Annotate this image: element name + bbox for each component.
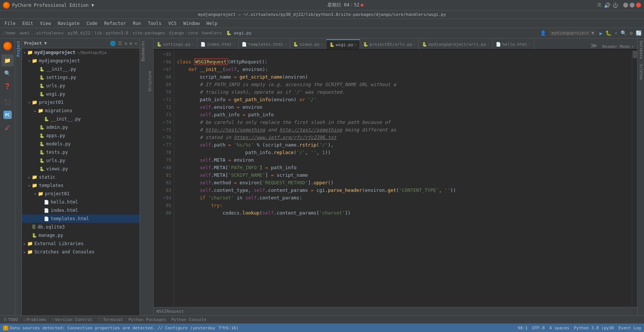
panel-icon-globe[interactable]: 🌐 — [110, 41, 116, 46]
activity-search[interactable]: 🔍 — [2, 67, 14, 79]
tab-close-hello[interactable]: ✕ — [529, 42, 531, 46]
bottom-tab-problems[interactable]: ⚠ Problems — [21, 317, 49, 323]
tab-hello-html[interactable]: 📄 hello.html ✕ — [493, 39, 534, 49]
bottom-tab-python-console[interactable]: Python Console — [169, 317, 209, 323]
breadcrumb-python38[interactable]: python3.8 — [106, 31, 129, 36]
tab-close-templates[interactable]: ✕ — [284, 42, 287, 46]
breadcrumb-handlers[interactable]: handlers — [202, 31, 222, 36]
panel-icon-sort[interactable]: ⇅ — [124, 41, 127, 46]
menu-help[interactable]: Help — [203, 20, 220, 27]
breadcrumb-home[interactable]: home — [6, 31, 16, 36]
breadcrumb-core[interactable]: core — [188, 31, 198, 36]
tree-hello-html[interactable]: 📄 hello.html — [22, 198, 140, 206]
menu-navigate[interactable]: Navigate — [55, 20, 83, 27]
tab-templates-html[interactable]: 📄 templates.html ✕ — [239, 39, 290, 49]
database-tab[interactable]: Database — [638, 39, 644, 62]
menu-code[interactable]: Code — [84, 20, 101, 27]
tree-scratches[interactable]: ▸ 📁 Scratches and Consoles — [22, 248, 140, 256]
breadcrumb-virtualenvs[interactable]: .virtualenvs — [34, 31, 64, 36]
status-position[interactable]: 98:1 — [518, 326, 528, 330]
tree-external-libs[interactable]: ▸ 📁 External Libraries — [22, 239, 140, 248]
tab-project01-urls[interactable]: 🐍 project01/urls.py ✕ — [360, 39, 419, 49]
breadcrumb-awei[interactable]: awei — [20, 31, 30, 36]
tree-templates[interactable]: ▾ 📁 templates — [22, 181, 140, 190]
activity-terminal[interactable]: ⬛ — [2, 96, 14, 108]
panel-icon-close[interactable]: ✕ — [135, 41, 137, 46]
tab-close-settings[interactable]: ✕ — [192, 42, 194, 46]
tree-init1[interactable]: 🐍 __init__.py — [22, 65, 140, 73]
volume-icon[interactable]: 🔊 — [604, 2, 610, 8]
activity-edit[interactable]: 🖊 — [2, 122, 14, 134]
win-buttons[interactable] — [623, 3, 641, 8]
breadcrumb-sitepackages[interactable]: site-packages — [132, 31, 165, 36]
menu-edit[interactable]: Edit — [19, 20, 36, 27]
breadcrumb-py38[interactable]: py38_dj22 — [68, 31, 90, 36]
pycharm-title[interactable]: PyCharm Professional Edition ▼ — [12, 3, 94, 8]
tree-db[interactable]: 🗄 db.sqlite3 — [22, 223, 140, 231]
tab-close-views[interactable]: ✕ — [321, 42, 323, 46]
win-close-btn[interactable] — [636, 3, 641, 8]
tab-views-py[interactable]: 🐍 views.py ✕ — [290, 39, 326, 49]
toolbar-search-icon[interactable]: 🔍 — [621, 30, 627, 36]
tree-project01-sub[interactable]: ▾ 📁 project01 — [22, 190, 140, 198]
project-tab-label[interactable]: Project — [16, 39, 21, 59]
activity-pycharm[interactable]: PC — [2, 109, 14, 121]
sciview-tab[interactable]: SciView — [638, 62, 644, 82]
bottom-tab-terminal[interactable]: ⬛ Terminal — [96, 317, 126, 323]
toolbar-project-select[interactable]: mydjangoproject ▼ — [549, 30, 596, 36]
tree-urls2[interactable]: 🐍 urls.py — [22, 156, 140, 165]
tree-urls1[interactable]: 🐍 urls.py — [22, 82, 140, 90]
tree-root[interactable]: ▾ 📁 mydjangoproject ~/Desktop/Dja — [22, 48, 140, 57]
tree-static[interactable]: ▸ 📁 static — [22, 173, 140, 181]
toolbar-user-icon[interactable]: 👤 — [540, 30, 546, 36]
tab-close-mydjangoproject-urls[interactable]: ✕ — [487, 42, 489, 46]
tree-wsgi[interactable]: 🐍 wsgi.py — [22, 90, 140, 98]
tree-migrations[interactable]: ▸ 📁 migrations — [22, 107, 140, 115]
status-python[interactable]: Python 3.8 (py38 — [574, 326, 614, 330]
tabs-overflow-btn[interactable]: ≫ — [588, 42, 599, 49]
toolbar-git-icon[interactable]: ↑ — [615, 30, 618, 36]
menu-view[interactable]: View — [37, 20, 54, 27]
tree-index-html[interactable]: 📄 index.html — [22, 206, 140, 215]
status-indent[interactable]: 4 spaces — [549, 326, 569, 330]
tab-close-index[interactable]: ✕ — [233, 42, 235, 46]
structure-tab-label[interactable]: Structure — [147, 69, 153, 94]
structure-vtab[interactable]: Structure — [147, 39, 154, 315]
tree-manage[interactable]: 🐍 manage.py — [22, 231, 140, 239]
tab-index-html[interactable]: 📄 index.html ✕ — [197, 39, 239, 49]
tree-init2[interactable]: 🐍 __init__.py — [22, 115, 140, 123]
tab-wsgi-py[interactable]: 🐍 wsgi.py ✕ — [326, 39, 360, 49]
menu-vcs[interactable]: VCS — [165, 20, 180, 27]
tree-tests[interactable]: 🐍 tests.py — [22, 148, 140, 156]
toolbar-debug-icon[interactable]: 🐛 — [605, 30, 611, 36]
tree-models[interactable]: 🐍 models.py — [22, 140, 140, 148]
window-controls[interactable]: 英 🔊 ⏻ — [597, 2, 641, 8]
breadcrumb-lib[interactable]: lib — [94, 31, 102, 36]
activity-firefox[interactable] — [2, 40, 14, 52]
panel-icon-settings[interactable]: ⚙ — [130, 41, 132, 46]
activity-help[interactable]: ❓ — [2, 80, 14, 92]
tree-settings[interactable]: 🐍 settings.py — [22, 73, 140, 82]
toolbar-run-icon[interactable]: ▶ — [599, 30, 602, 36]
scrollbar-gutter[interactable] — [632, 50, 637, 307]
toolbar-update-icon[interactable]: 🔄 — [636, 30, 642, 36]
reader-mode-btn[interactable]: Reader Mode ✓ — [599, 44, 637, 49]
tree-mydjangoproject[interactable]: ▾ 📁 mydjangoproject — [22, 57, 140, 65]
scrollbar-thumb[interactable] — [633, 51, 637, 58]
bottom-tab-version-control[interactable]: ↑ Version Control — [50, 317, 95, 323]
tab-close-wsgi[interactable]: ✕ — [354, 43, 357, 47]
menu-window[interactable]: Window — [180, 20, 203, 27]
tree-admin[interactable]: 🐍 admin.py — [22, 123, 140, 131]
tab-mydjangoproject-urls[interactable]: 🐍 mydjangoproject/urls.py ✕ — [419, 39, 493, 49]
menu-tools[interactable]: Tools — [145, 20, 164, 27]
tree-apps[interactable]: 🐍 apps.py — [22, 131, 140, 140]
tree-templates-html[interactable]: 📄 templates.html — [22, 215, 140, 223]
bottom-tab-todo[interactable]: ☰ TODO — [2, 317, 20, 323]
win-max-btn[interactable] — [630, 3, 635, 8]
bookmarks-vtab[interactable]: Bookmarks — [140, 39, 146, 315]
status-warning-badge[interactable]: ! — [3, 326, 8, 330]
panel-icon-list[interactable]: ☰ — [118, 41, 122, 46]
tree-views[interactable]: 🐍 views.py — [22, 165, 140, 173]
tree-project01[interactable]: ▾ 📁 project01 — [22, 98, 140, 107]
menu-run[interactable]: Run — [130, 20, 144, 27]
